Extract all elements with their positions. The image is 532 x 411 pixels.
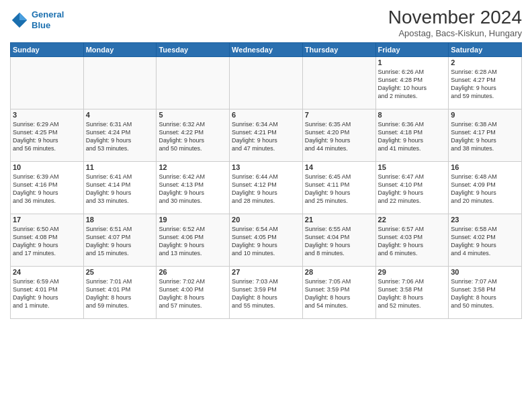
logo: General Blue — [10, 9, 64, 30]
calendar-cell: 22Sunrise: 6:57 AM Sunset: 4:03 PM Dayli… — [375, 214, 449, 267]
day-info: Sunrise: 7:03 AM Sunset: 3:59 PM Dayligh… — [232, 277, 300, 310]
calendar-week-row: 24Sunrise: 6:59 AM Sunset: 4:01 PM Dayli… — [11, 267, 522, 319]
calendar-cell — [83, 57, 157, 109]
day-number: 14 — [305, 163, 373, 171]
day-number: 22 — [378, 216, 447, 224]
calendar-cell: 3Sunrise: 6:29 AM Sunset: 4:25 PM Daylig… — [11, 109, 84, 162]
day-number: 5 — [159, 111, 227, 119]
calendar-cell: 7Sunrise: 6:35 AM Sunset: 4:20 PM Daylig… — [302, 109, 375, 162]
page: General Blue November 2024 Apostag, Bacs… — [0, 0, 532, 411]
calendar-cell: 28Sunrise: 7:05 AM Sunset: 3:59 PM Dayli… — [302, 267, 375, 319]
calendar-cell: 2Sunrise: 6:28 AM Sunset: 4:27 PM Daylig… — [449, 57, 522, 109]
day-info: Sunrise: 6:54 AM Sunset: 4:05 PM Dayligh… — [232, 225, 300, 258]
calendar-cell: 11Sunrise: 6:41 AM Sunset: 4:14 PM Dayli… — [83, 162, 157, 214]
day-info: Sunrise: 6:41 AM Sunset: 4:14 PM Dayligh… — [86, 173, 154, 205]
calendar-cell: 8Sunrise: 6:36 AM Sunset: 4:18 PM Daylig… — [375, 109, 449, 162]
weekday-header: Sunday — [11, 43, 84, 57]
day-number: 15 — [378, 163, 447, 171]
day-info: Sunrise: 6:55 AM Sunset: 4:04 PM Dayligh… — [305, 225, 373, 258]
day-info: Sunrise: 6:50 AM Sunset: 4:08 PM Dayligh… — [13, 225, 81, 258]
calendar-week-row: 17Sunrise: 6:50 AM Sunset: 4:08 PM Dayli… — [11, 214, 522, 267]
day-number: 10 — [13, 163, 81, 171]
day-info: Sunrise: 6:36 AM Sunset: 4:18 PM Dayligh… — [378, 120, 447, 153]
day-number: 16 — [451, 163, 519, 171]
calendar-cell: 25Sunrise: 7:01 AM Sunset: 4:01 PM Dayli… — [83, 267, 157, 319]
day-info: Sunrise: 7:02 AM Sunset: 4:00 PM Dayligh… — [159, 277, 227, 310]
day-number: 19 — [159, 216, 227, 224]
calendar-cell: 30Sunrise: 7:07 AM Sunset: 3:58 PM Dayli… — [449, 267, 522, 319]
title-block: November 2024 Apostag, Bacs-Kiskun, Hung… — [388, 7, 522, 38]
weekday-header: Wednesday — [230, 43, 303, 57]
calendar-cell: 5Sunrise: 6:32 AM Sunset: 4:22 PM Daylig… — [157, 109, 230, 162]
day-number: 17 — [13, 216, 81, 224]
day-info: Sunrise: 6:39 AM Sunset: 4:16 PM Dayligh… — [13, 173, 81, 205]
day-info: Sunrise: 6:47 AM Sunset: 4:10 PM Dayligh… — [378, 173, 447, 205]
day-info: Sunrise: 6:38 AM Sunset: 4:17 PM Dayligh… — [451, 120, 519, 153]
svg-marker-1 — [19, 12, 27, 19]
calendar-cell: 23Sunrise: 6:58 AM Sunset: 4:02 PM Dayli… — [449, 214, 522, 267]
calendar-cell: 17Sunrise: 6:50 AM Sunset: 4:08 PM Dayli… — [11, 214, 84, 267]
day-info: Sunrise: 6:58 AM Sunset: 4:02 PM Dayligh… — [451, 225, 519, 258]
calendar-cell — [11, 57, 84, 109]
day-number: 4 — [86, 111, 154, 119]
day-number: 27 — [232, 268, 300, 276]
calendar-cell: 15Sunrise: 6:47 AM Sunset: 4:10 PM Dayli… — [375, 162, 449, 214]
day-info: Sunrise: 6:45 AM Sunset: 4:11 PM Dayligh… — [305, 173, 373, 205]
day-number: 20 — [232, 216, 300, 224]
day-number: 29 — [378, 268, 447, 276]
calendar-header-row: SundayMondayTuesdayWednesdayThursdayFrid… — [11, 43, 522, 57]
calendar-cell: 18Sunrise: 6:51 AM Sunset: 4:07 PM Dayli… — [83, 214, 157, 267]
day-info: Sunrise: 6:59 AM Sunset: 4:01 PM Dayligh… — [13, 277, 81, 310]
day-info: Sunrise: 6:57 AM Sunset: 4:03 PM Dayligh… — [378, 225, 447, 258]
calendar-cell: 12Sunrise: 6:42 AM Sunset: 4:13 PM Dayli… — [157, 162, 230, 214]
calendar-cell: 21Sunrise: 6:55 AM Sunset: 4:04 PM Dayli… — [302, 214, 375, 267]
day-number: 3 — [13, 111, 81, 119]
logo-text: General Blue — [32, 9, 64, 30]
calendar-cell: 27Sunrise: 7:03 AM Sunset: 3:59 PM Dayli… — [230, 267, 303, 319]
day-number: 21 — [305, 216, 373, 224]
day-number: 9 — [451, 111, 519, 119]
calendar-cell: 24Sunrise: 6:59 AM Sunset: 4:01 PM Dayli… — [11, 267, 84, 319]
day-info: Sunrise: 6:35 AM Sunset: 4:20 PM Dayligh… — [305, 120, 373, 153]
day-info: Sunrise: 6:31 AM Sunset: 4:24 PM Dayligh… — [86, 120, 154, 153]
day-number: 30 — [451, 268, 519, 276]
day-number: 23 — [451, 216, 519, 224]
weekday-header: Friday — [375, 43, 449, 57]
calendar-week-row: 3Sunrise: 6:29 AM Sunset: 4:25 PM Daylig… — [11, 109, 522, 162]
day-info: Sunrise: 7:01 AM Sunset: 4:01 PM Dayligh… — [86, 277, 154, 310]
calendar-cell: 6Sunrise: 6:34 AM Sunset: 4:21 PM Daylig… — [230, 109, 303, 162]
day-info: Sunrise: 6:29 AM Sunset: 4:25 PM Dayligh… — [13, 120, 81, 153]
calendar-table: SundayMondayTuesdayWednesdayThursdayFrid… — [10, 42, 522, 319]
calendar-cell: 16Sunrise: 6:48 AM Sunset: 4:09 PM Dayli… — [449, 162, 522, 214]
header: General Blue November 2024 Apostag, Bacs… — [10, 7, 522, 38]
day-number: 12 — [159, 163, 227, 171]
calendar-cell: 19Sunrise: 6:52 AM Sunset: 4:06 PM Dayli… — [157, 214, 230, 267]
calendar-cell: 14Sunrise: 6:45 AM Sunset: 4:11 PM Dayli… — [302, 162, 375, 214]
day-info: Sunrise: 7:07 AM Sunset: 3:58 PM Dayligh… — [451, 277, 519, 310]
day-info: Sunrise: 6:42 AM Sunset: 4:13 PM Dayligh… — [159, 173, 227, 205]
calendar-week-row: 1Sunrise: 6:26 AM Sunset: 4:28 PM Daylig… — [11, 57, 522, 109]
day-number: 28 — [305, 268, 373, 276]
calendar-week-row: 10Sunrise: 6:39 AM Sunset: 4:16 PM Dayli… — [11, 162, 522, 214]
calendar-cell: 4Sunrise: 6:31 AM Sunset: 4:24 PM Daylig… — [83, 109, 157, 162]
calendar-cell: 26Sunrise: 7:02 AM Sunset: 4:00 PM Dayli… — [157, 267, 230, 319]
calendar-cell — [230, 57, 303, 109]
day-info: Sunrise: 7:05 AM Sunset: 3:59 PM Dayligh… — [305, 277, 373, 310]
day-number: 25 — [86, 268, 154, 276]
location-subtitle: Apostag, Bacs-Kiskun, Hungary — [388, 28, 522, 38]
calendar-cell: 20Sunrise: 6:54 AM Sunset: 4:05 PM Dayli… — [230, 214, 303, 267]
calendar-cell: 29Sunrise: 7:06 AM Sunset: 3:58 PM Dayli… — [375, 267, 449, 319]
calendar-cell: 9Sunrise: 6:38 AM Sunset: 4:17 PM Daylig… — [449, 109, 522, 162]
day-info: Sunrise: 6:26 AM Sunset: 4:28 PM Dayligh… — [378, 68, 447, 101]
calendar-cell — [302, 57, 375, 109]
weekday-header: Tuesday — [157, 43, 230, 57]
day-number: 7 — [305, 111, 373, 119]
day-info: Sunrise: 7:06 AM Sunset: 3:58 PM Dayligh… — [378, 277, 447, 310]
calendar-cell: 13Sunrise: 6:44 AM Sunset: 4:12 PM Dayli… — [230, 162, 303, 214]
day-number: 24 — [13, 268, 81, 276]
calendar-cell: 1Sunrise: 6:26 AM Sunset: 4:28 PM Daylig… — [375, 57, 449, 109]
logo-icon — [10, 11, 29, 30]
day-info: Sunrise: 6:51 AM Sunset: 4:07 PM Dayligh… — [86, 225, 154, 258]
day-info: Sunrise: 6:34 AM Sunset: 4:21 PM Dayligh… — [232, 120, 300, 153]
weekday-header: Thursday — [302, 43, 375, 57]
